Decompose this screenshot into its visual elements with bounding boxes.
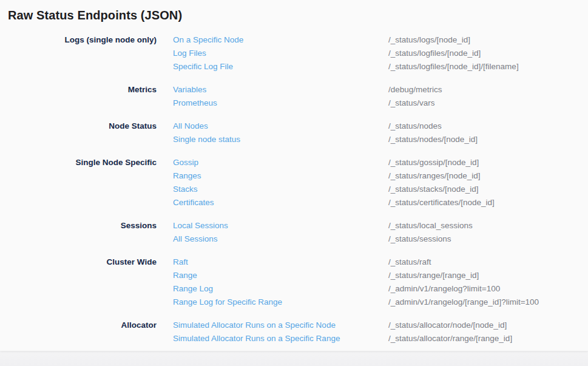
- endpoint-row: Sessions Local Sessions /_status/local_s…: [0, 219, 588, 232]
- debug-page: Raw Status Endpoints (JSON) Logs (single…: [0, 0, 588, 351]
- endpoint-section: Node Status All Nodes /_status/nodes Sin…: [0, 120, 588, 146]
- endpoint-row: Range /_status/range/[range_id]: [0, 269, 588, 282]
- endpoint-path: /_status/vars: [388, 97, 588, 110]
- category-label: [0, 232, 157, 246]
- endpoint-row: Cluster Wide Raft /_status/raft: [0, 256, 588, 269]
- endpoint-link[interactable]: Specific Log File: [157, 60, 388, 73]
- category-label: [0, 60, 157, 73]
- endpoint-path: /_status/certificates/[node_id]: [388, 196, 588, 209]
- category-label: [0, 183, 157, 196]
- page-title: Raw Status Endpoints (JSON): [0, 0, 588, 23]
- endpoint-link[interactable]: Variables: [157, 83, 388, 97]
- endpoint-link[interactable]: Stacks: [157, 183, 388, 196]
- endpoint-section: Single Node Specific Gossip /_status/gos…: [0, 156, 588, 209]
- category-label: Single Node Specific: [0, 156, 157, 169]
- category-label: [0, 97, 157, 110]
- endpoint-link[interactable]: Range Log for Specific Range: [157, 296, 388, 309]
- endpoint-link[interactable]: Simulated Allocator Runs on a Specific N…: [157, 319, 388, 332]
- endpoint-section: Metrics Variables /debug/metrics Prometh…: [0, 83, 588, 110]
- endpoint-path: /_status/logfiles/[node_id]/[filename]: [388, 60, 588, 73]
- endpoint-row: Single node status /_status/nodes/[node_…: [0, 133, 588, 146]
- endpoint-path: /_status/logs/[node_id]: [388, 33, 588, 47]
- endpoint-path: /_admin/v1/rangelog?limit=100: [388, 282, 588, 296]
- endpoint-row: Certificates /_status/certificates/[node…: [0, 196, 588, 209]
- endpoint-path: /_admin/v1/rangelog/[range_id]?limit=100: [388, 296, 588, 309]
- endpoint-path: /_status/range/[range_id]: [388, 269, 588, 282]
- endpoint-row: Range Log for Specific Range /_admin/v1/…: [0, 296, 588, 309]
- category-label: [0, 296, 157, 309]
- endpoint-path: /_status/logfiles/[node_id]: [388, 47, 588, 60]
- endpoint-path: /_status/local_sessions: [388, 219, 588, 232]
- endpoint-row: Prometheus /_status/vars: [0, 97, 588, 110]
- endpoint-row: Node Status All Nodes /_status/nodes: [0, 120, 588, 133]
- endpoint-path: /debug/metrics: [388, 83, 588, 97]
- endpoint-row: Metrics Variables /debug/metrics: [0, 83, 588, 97]
- endpoint-link[interactable]: Single node status: [157, 133, 388, 146]
- endpoint-link[interactable]: On a Specific Node: [157, 33, 388, 47]
- endpoint-link[interactable]: Simulated Allocator Runs on a Specific R…: [157, 332, 388, 345]
- category-label: Node Status: [0, 120, 157, 133]
- endpoint-link[interactable]: Raft: [157, 256, 388, 269]
- endpoint-row: Single Node Specific Gossip /_status/gos…: [0, 156, 588, 169]
- endpoint-row: Specific Log File /_status/logfiles/[nod…: [0, 60, 588, 73]
- endpoint-link[interactable]: Range: [157, 269, 388, 282]
- category-label: Allocator: [0, 319, 157, 332]
- endpoint-path: /_status/nodes/[node_id]: [388, 133, 588, 146]
- endpoint-path: /_status/stacks/[node_id]: [388, 183, 588, 196]
- category-label: [0, 196, 157, 209]
- endpoint-link[interactable]: Ranges: [157, 169, 388, 183]
- endpoint-link[interactable]: Range Log: [157, 282, 388, 296]
- endpoint-link[interactable]: All Sessions: [157, 232, 388, 246]
- endpoint-row: Simulated Allocator Runs on a Specific R…: [0, 332, 588, 345]
- category-label: Metrics: [0, 83, 157, 97]
- endpoint-section: Sessions Local Sessions /_status/local_s…: [0, 219, 588, 246]
- endpoint-link[interactable]: Prometheus: [157, 97, 388, 110]
- endpoint-section: Cluster Wide Raft /_status/raft Range /_…: [0, 256, 588, 309]
- footer-strip: [0, 351, 588, 366]
- category-label: [0, 269, 157, 282]
- endpoint-path: /_status/ranges/[node_id]: [388, 169, 588, 183]
- endpoint-section: Allocator Simulated Allocator Runs on a …: [0, 319, 588, 345]
- endpoint-row: Allocator Simulated Allocator Runs on a …: [0, 319, 588, 332]
- endpoint-row: Logs (single node only) On a Specific No…: [0, 33, 588, 47]
- category-label: [0, 332, 157, 345]
- endpoint-link[interactable]: Certificates: [157, 196, 388, 209]
- category-label: Sessions: [0, 219, 157, 232]
- endpoint-row: Stacks /_status/stacks/[node_id]: [0, 183, 588, 196]
- endpoint-path: /_status/nodes: [388, 120, 588, 133]
- endpoint-section: Logs (single node only) On a Specific No…: [0, 33, 588, 73]
- endpoint-link[interactable]: Log Files: [157, 47, 388, 60]
- endpoint-path: /_status/gossip/[node_id]: [388, 156, 588, 169]
- endpoint-link[interactable]: Gossip: [157, 156, 388, 169]
- category-label: [0, 133, 157, 146]
- endpoint-path: /_status/allocator/range/[range_id]: [388, 332, 588, 345]
- endpoint-row: Ranges /_status/ranges/[node_id]: [0, 169, 588, 183]
- endpoint-table: Logs (single node only) On a Specific No…: [0, 33, 588, 345]
- category-label: [0, 47, 157, 60]
- category-label: [0, 169, 157, 183]
- endpoint-link[interactable]: All Nodes: [157, 120, 388, 133]
- endpoint-path: /_status/sessions: [388, 232, 588, 246]
- endpoint-link[interactable]: Local Sessions: [157, 219, 388, 232]
- endpoint-row: Log Files /_status/logfiles/[node_id]: [0, 47, 588, 60]
- category-label: Cluster Wide: [0, 256, 157, 269]
- endpoint-path: /_status/allocator/node/[node_id]: [388, 319, 588, 332]
- category-label: [0, 282, 157, 296]
- endpoint-path: /_status/raft: [388, 256, 588, 269]
- category-label: Logs (single node only): [0, 33, 157, 47]
- endpoint-row: Range Log /_admin/v1/rangelog?limit=100: [0, 282, 588, 296]
- endpoint-row: All Sessions /_status/sessions: [0, 232, 588, 246]
